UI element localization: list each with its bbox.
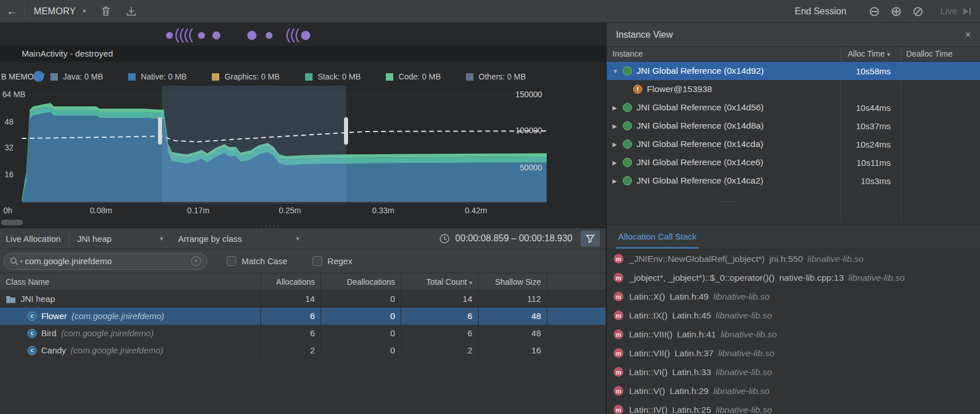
column-label: Alloc Time xyxy=(848,49,885,58)
regex-checkbox[interactable]: Regex xyxy=(313,256,352,266)
column-shallow-size[interactable]: Shallow Size xyxy=(478,273,547,290)
go-live-icon[interactable] xyxy=(962,7,972,16)
method-icon: m xyxy=(614,367,623,377)
legend-label: Native: 0 MB xyxy=(141,72,187,81)
legend-item-native: Native: 0 MB xyxy=(128,72,187,81)
row-filler xyxy=(547,325,606,342)
selection-handle-left[interactable] xyxy=(158,117,162,145)
table-row-candy[interactable]: c Candy (com.google.jnirefdemo) 2 0 2 16 xyxy=(0,342,606,359)
column-class-name[interactable]: Class Name xyxy=(0,273,260,290)
allocations-value: 14 xyxy=(260,290,321,308)
y2-axis-label: 100000 xyxy=(515,126,542,135)
legend-label: Code: 0 MB xyxy=(398,72,441,81)
instance-row[interactable]: ▶ JNI Global Reference (0x14d56) 10s44ms xyxy=(607,98,980,117)
match-case-label: Match Case xyxy=(242,256,287,266)
column-label: Total Count xyxy=(426,277,467,286)
heap-selector-dropdown[interactable]: JNI heap ▾ xyxy=(77,234,163,244)
column-instance[interactable]: Instance xyxy=(607,47,840,61)
live-button[interactable]: Live xyxy=(941,6,957,17)
frame-module: libnative-lib.so xyxy=(848,273,904,283)
frame-location: Latin.h:49 xyxy=(670,292,709,302)
session-selector-dropdown[interactable]: MEMORY ▾ xyxy=(34,6,86,17)
filter-button[interactable] xyxy=(580,230,600,246)
stack-frame-row[interactable]: m Latin::V() Latin.h:29 libnative-lib.so xyxy=(607,381,980,400)
stack-frame-row[interactable]: m Latin::IV() Latin.h:25 libnative-lib.s… xyxy=(607,400,980,414)
class-name: Flower xyxy=(41,308,67,325)
instance-view-titlebar: Instance View × xyxy=(607,23,980,47)
stack-frame-row[interactable]: m Latin::IX() Latin.h:45 libnative-lib.s… xyxy=(607,306,980,325)
method-icon: m xyxy=(614,348,623,358)
expand-arrow-icon[interactable]: ▶ xyxy=(612,160,623,166)
frame-location: native-lib.cpp:13 xyxy=(779,273,844,283)
package-name: (com.google.jnirefdemo) xyxy=(70,342,163,359)
delete-session-button[interactable] xyxy=(101,6,111,17)
column-alloc-time[interactable]: Alloc Time ▾ xyxy=(840,47,901,61)
back-button[interactable]: ← xyxy=(0,5,24,18)
end-session-button[interactable]: End Session xyxy=(795,6,846,17)
time-range-selection[interactable] xyxy=(162,86,346,204)
frame-method: Latin::IX() xyxy=(629,310,667,321)
splitter-handle[interactable]: ····· xyxy=(260,223,280,228)
expand-arrow-icon[interactable]: ▶ xyxy=(612,105,623,111)
instance-table-header: Instance Alloc Time ▾ Dealloc Time xyxy=(607,47,980,62)
frame-location: Latin.h:45 xyxy=(672,310,711,321)
match-case-checkbox[interactable]: Match Case xyxy=(227,256,287,266)
alloc-time-value: 10s11ms xyxy=(840,158,901,168)
stack-frame-row[interactable]: m _jobject*, _jobject*)::$_0::operator()… xyxy=(607,268,980,287)
legend-item-others: Others: 0 MB xyxy=(466,72,525,81)
interaction-event-timeline[interactable] xyxy=(0,23,606,46)
expand-arrow-icon[interactable]: ▶ xyxy=(612,178,623,184)
alloc-time-value: 10s3ms xyxy=(840,176,901,186)
class-icon: c xyxy=(27,346,37,355)
stack-frame-row[interactable]: m _JNIEnv::NewGlobalRef(_jobject*) jni.h… xyxy=(607,249,980,268)
checkbox-box[interactable] xyxy=(313,256,322,266)
frame-method: Latin::X() xyxy=(629,292,665,302)
search-options-chevron-icon[interactable]: ▾ xyxy=(20,258,23,264)
y-axis-label: 64 MB xyxy=(2,90,25,99)
checkbox-box[interactable] xyxy=(227,256,236,266)
heap-folder-icon xyxy=(6,295,16,304)
zoom-out-icon[interactable]: ⊖ xyxy=(868,5,880,18)
memory-usage-chart[interactable]: 64 MB 48 32 16 150000 100000 50000 xyxy=(0,86,606,204)
column-allocations[interactable]: Allocations xyxy=(260,273,321,290)
arrange-selector-dropdown[interactable]: Arrange by class ▾ xyxy=(178,234,299,244)
column-total-count[interactable]: Total Count ▾ xyxy=(401,273,478,290)
zoom-in-icon[interactable]: ⊕ xyxy=(890,5,902,18)
search-input[interactable] xyxy=(25,256,191,266)
instance-row[interactable]: ▶ JNI Global Reference (0x14d8a) 10s37ms xyxy=(607,117,980,135)
instance-child-row[interactable]: f Flower@153938 xyxy=(607,80,980,98)
stack-frame-row[interactable]: m Latin::X() Latin.h:49 libnative-lib.so xyxy=(607,287,980,306)
timeline-scrollbar-thumb[interactable] xyxy=(1,220,23,225)
expand-arrow-icon[interactable]: ▶ xyxy=(612,123,623,129)
jni-reference-icon xyxy=(623,66,632,75)
close-icon[interactable]: × xyxy=(965,29,971,41)
selection-handle-right[interactable] xyxy=(344,117,348,145)
column-dealloc-time[interactable]: Dealloc Time xyxy=(901,47,980,61)
total-count-value: 2 xyxy=(401,342,478,359)
frame-method: Latin::IV() xyxy=(629,405,667,414)
clear-search-icon[interactable]: × xyxy=(191,256,201,266)
instance-row[interactable]: ▶ JNI Global Reference (0x14ca2) 10s3ms xyxy=(607,172,980,190)
table-row-bird[interactable]: c Bird (com.google.jnirefdemo) 6 0 6 48 xyxy=(0,325,606,342)
column-deallocations[interactable]: Deallocations xyxy=(321,273,401,290)
collapse-arrow-icon[interactable]: ▼ xyxy=(612,68,623,74)
instance-row[interactable]: ▼ JNI Global Reference (0x14d92) 10s58ms xyxy=(607,62,980,80)
reset-zoom-icon[interactable]: ⊘ xyxy=(912,5,924,18)
instance-row[interactable]: ▶ JNI Global Reference (0x14ce6) 10s11ms xyxy=(607,153,980,172)
instance-row[interactable]: ▶ JNI Global Reference (0x14cda) 10s24ms xyxy=(607,135,980,153)
export-recording-button[interactable] xyxy=(126,6,137,17)
stack-frame-row[interactable]: m Latin::VI() Latin.h:33 libnative-lib.s… xyxy=(607,363,980,381)
search-field[interactable]: ▾ × xyxy=(3,253,207,270)
expand-arrow-icon[interactable]: ▶ xyxy=(612,141,623,148)
time-tick: 0.17m xyxy=(187,206,210,215)
table-row-jni-heap[interactable]: JNI heap 14 0 14 112 xyxy=(0,290,606,308)
time-axis: 0h 0.08m 0.17m 0.25m 0.33m 0.42m xyxy=(0,204,606,218)
tab-allocation-call-stack[interactable]: Allocation Call Stack xyxy=(616,232,699,249)
live-allocation-label: Live Allocation xyxy=(6,234,61,244)
method-icon: m xyxy=(614,254,623,264)
table-row-flower[interactable]: c Flower (com.google.jnirefdemo) 6 0 6 4… xyxy=(0,308,606,325)
splitter-handle[interactable]: ····· xyxy=(721,199,741,204)
stack-frame-row[interactable]: m Latin::VIII() Latin.h:41 libnative-lib… xyxy=(607,325,980,344)
main-toolbar: ← MEMORY ▾ End Session ⊖ ⊕ ⊘ Live xyxy=(0,0,980,23)
stack-frame-row[interactable]: m Latin::VII() Latin.h:37 libnative-lib.… xyxy=(607,344,980,363)
